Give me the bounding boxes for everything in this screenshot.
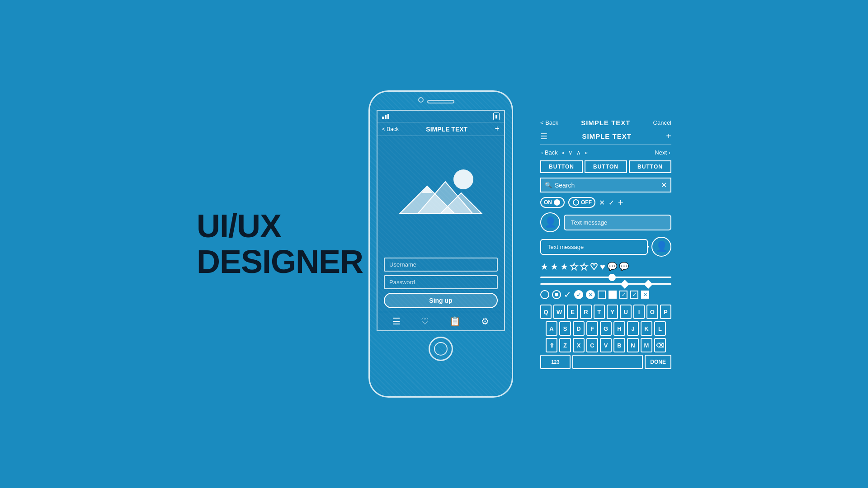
phone-nav-plus[interactable]: +: [495, 124, 500, 134]
button-2[interactable]: BUTTON: [585, 160, 627, 173]
search-text: Search: [555, 182, 658, 189]
notes-icon[interactable]: 📋: [449, 316, 461, 327]
checkbox-square-empty[interactable]: [598, 291, 606, 299]
toggle-check-icon[interactable]: ✓: [609, 198, 614, 207]
toggle-off[interactable]: OFF: [568, 197, 595, 208]
chat-bubble-filled[interactable]: 💬: [619, 262, 629, 272]
msg-text-left: Text message: [547, 244, 584, 250]
phone-mockup: ▮ < Back SIMPLE TEXT +: [368, 90, 513, 398]
heart-filled[interactable]: ♥: [600, 262, 605, 272]
star-5[interactable]: ★: [580, 261, 588, 272]
checkbox-square-filled[interactable]: [609, 291, 617, 299]
heart-empty[interactable]: ♡: [590, 261, 598, 272]
slider-2-thumb-1[interactable]: [620, 280, 629, 289]
nav-down[interactable]: ∨: [567, 149, 574, 156]
toggle-off-label: OFF: [581, 199, 592, 206]
key-l[interactable]: L: [654, 321, 666, 336]
key-g[interactable]: G: [600, 321, 612, 336]
signal-bar-1: [382, 117, 384, 119]
button-3[interactable]: BUTTON: [629, 160, 671, 173]
key-v[interactable]: V: [600, 338, 612, 352]
hamburger-icon[interactable]: ☰: [540, 131, 547, 141]
menu-icon[interactable]: ☰: [392, 316, 401, 327]
phone-bottom-nav: ☰ ♡ 📋 ⚙: [377, 312, 504, 330]
panel-search[interactable]: 🔍 Search ✕: [540, 178, 671, 192]
svg-point-0: [453, 169, 473, 189]
slider-2-track[interactable]: [540, 283, 671, 285]
checkbox-check-outline[interactable]: ✓: [564, 289, 571, 300]
key-o[interactable]: O: [646, 305, 658, 319]
key-done[interactable]: DONE: [645, 355, 671, 369]
key-r[interactable]: R: [580, 305, 591, 319]
phone-nav-back[interactable]: < Back: [382, 126, 399, 132]
key-b[interactable]: B: [613, 338, 625, 352]
keyboard-row-2: A S D F G H J K L: [540, 321, 671, 336]
key-a[interactable]: A: [546, 321, 557, 336]
toggle-plus-icon[interactable]: +: [618, 197, 623, 208]
star-2[interactable]: ★: [550, 261, 558, 272]
toolbar-plus-icon[interactable]: +: [666, 131, 671, 141]
key-h[interactable]: H: [613, 321, 625, 336]
key-m[interactable]: M: [641, 338, 652, 352]
panel-cancel-button[interactable]: Cancel: [653, 119, 671, 126]
key-space[interactable]: [572, 355, 643, 369]
msg-bubble-left[interactable]: Text message: [540, 239, 648, 255]
key-f[interactable]: F: [586, 321, 598, 336]
star-4[interactable]: ★: [570, 261, 578, 272]
nav-rewind[interactable]: «: [561, 149, 566, 156]
signal-bar-3: [387, 114, 389, 119]
checkbox-x-circle[interactable]: ✕: [586, 290, 595, 299]
key-c[interactable]: C: [586, 338, 598, 352]
key-123[interactable]: 123: [540, 355, 571, 369]
radio-empty[interactable]: [540, 290, 549, 299]
key-u[interactable]: U: [620, 305, 631, 319]
key-w[interactable]: W: [553, 305, 565, 319]
key-delete[interactable]: ⌫: [654, 338, 666, 352]
panel-back-button[interactable]: < Back: [540, 119, 558, 126]
password-input[interactable]: [384, 275, 498, 289]
slider-1-thumb[interactable]: [609, 274, 616, 281]
key-n[interactable]: N: [627, 338, 639, 352]
checkbox-square-check[interactable]: ✓: [619, 291, 627, 299]
button-1[interactable]: BUTTON: [540, 160, 583, 173]
key-e[interactable]: E: [567, 305, 578, 319]
nav-forward[interactable]: »: [584, 149, 589, 156]
avatar-right: 👤: [651, 237, 671, 257]
checkbox-check-filled[interactable]: ✓: [574, 290, 583, 299]
toggle-x-icon[interactable]: ✕: [599, 198, 605, 207]
key-d[interactable]: D: [573, 321, 585, 336]
chat-bubble-empty[interactable]: 💬: [607, 262, 617, 272]
key-z[interactable]: Z: [559, 338, 571, 352]
key-q[interactable]: Q: [540, 305, 552, 319]
slider-1-track[interactable]: [540, 277, 671, 278]
star-3[interactable]: ★: [560, 261, 568, 272]
phone-home-button[interactable]: [429, 337, 453, 361]
toggle-on[interactable]: ON: [540, 197, 565, 208]
settings-icon[interactable]: ⚙: [481, 316, 489, 327]
key-x[interactable]: X: [573, 338, 585, 352]
key-i[interactable]: I: [633, 305, 645, 319]
checkbox-square-x[interactable]: ✕: [641, 291, 649, 299]
key-p[interactable]: P: [660, 305, 671, 319]
star-1[interactable]: ★: [540, 261, 548, 272]
radio-selected[interactable]: [552, 290, 561, 299]
username-input[interactable]: [384, 258, 498, 272]
search-clear-icon[interactable]: ✕: [661, 181, 667, 189]
key-shift[interactable]: ⇧: [546, 338, 557, 352]
toggle-on-label: ON: [544, 199, 552, 206]
ui-panel: < Back SIMPLE TEXT Cancel ☰ SIMPLE TEXT …: [540, 119, 671, 369]
key-y[interactable]: Y: [607, 305, 618, 319]
nav-back[interactable]: ‹ Back: [540, 149, 559, 156]
keyboard: Q W E R T Y U I O P A S D F G H J K L: [540, 305, 671, 369]
signup-button[interactable]: Sing up: [384, 293, 498, 308]
key-t[interactable]: T: [594, 305, 605, 319]
key-s[interactable]: S: [559, 321, 571, 336]
msg-bubble-right[interactable]: Text message: [564, 215, 671, 230]
heart-icon[interactable]: ♡: [421, 316, 429, 327]
key-k[interactable]: K: [641, 321, 652, 336]
slider-2-thumb-2[interactable]: [644, 280, 653, 289]
key-j[interactable]: J: [627, 321, 639, 336]
nav-next[interactable]: Next ›: [590, 149, 671, 156]
checkbox-square-check-2[interactable]: ✓: [630, 291, 638, 299]
nav-up[interactable]: ∧: [576, 149, 582, 156]
